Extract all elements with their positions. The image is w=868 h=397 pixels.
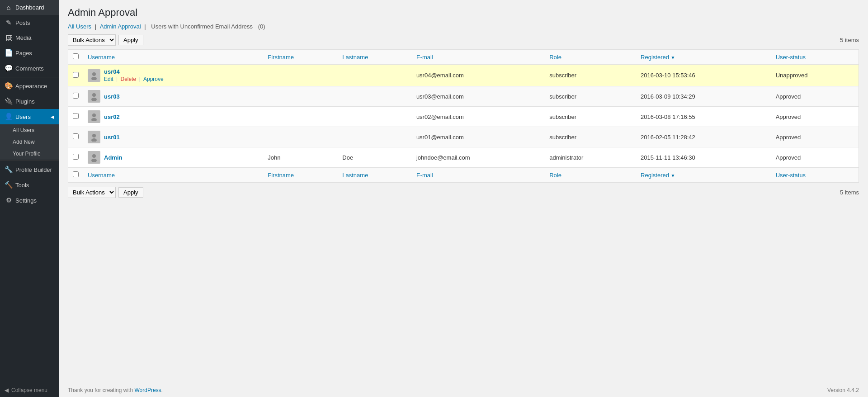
footer-sort-role-link[interactable]: Role	[549, 172, 561, 179]
role-cell: subscriber	[545, 65, 636, 86]
sidebar-item-label: Pages	[15, 50, 32, 57]
username-link[interactable]: usr02	[104, 113, 120, 120]
top-apply-button[interactable]: Apply	[118, 35, 143, 45]
sidebar-item-plugins[interactable]: 🔌 Plugins	[0, 94, 59, 109]
role-cell: subscriber	[545, 86, 636, 107]
username-link[interactable]: usr04	[104, 68, 120, 75]
sidebar-item-posts[interactable]: ✎ Posts	[0, 15, 59, 30]
user_status-cell: Approved	[771, 127, 859, 147]
user_status-cell: Unapproved	[771, 65, 859, 86]
header-checkbox-cell	[68, 50, 84, 65]
registered-cell: 2015-11-11 13:46:30	[636, 147, 771, 168]
sidebar-item-label: Settings	[15, 197, 37, 204]
wordpress-link[interactable]: WordPress	[134, 387, 161, 393]
username-info: usr02	[104, 113, 120, 120]
email-cell: usr01@email.com	[412, 127, 545, 147]
sidebar-item-media[interactable]: 🖼 Media	[0, 30, 59, 45]
svg-point-1	[92, 72, 96, 76]
sidebar-item-settings[interactable]: ⚙ Settings	[0, 193, 59, 208]
header-email: E-mail	[412, 50, 545, 65]
select-all-footer-checkbox[interactable]	[73, 171, 79, 177]
avatar	[88, 131, 100, 143]
username-cell: usr03	[83, 86, 263, 107]
role-cell: subscriber	[545, 127, 636, 147]
row-action-edit[interactable]: Edit	[104, 76, 113, 82]
sort-email-link[interactable]: E-mail	[416, 54, 433, 61]
table-header-row: Username Firstname Lastname E-mail Role	[68, 50, 859, 65]
footer-lastname: Lastname	[338, 168, 412, 183]
sidebar-sub-item-all-users[interactable]: All Users	[0, 124, 59, 136]
registered-cell: 2016-03-10 15:53:46	[636, 65, 771, 86]
row-checkbox[interactable]	[73, 113, 79, 119]
pages-icon: 📄	[5, 49, 13, 57]
select-all-checkbox[interactable]	[73, 53, 79, 59]
sidebar-item-label: Appearance	[15, 83, 47, 90]
sidebar-sub-item-your-profile[interactable]: Your Profile	[0, 148, 59, 160]
header-role: Role	[545, 50, 636, 65]
top-bulk-actions-select[interactable]: Bulk Actions	[68, 34, 116, 46]
sort-user-status-link[interactable]: User-status	[776, 54, 806, 61]
lastname-cell: Doe	[338, 147, 412, 168]
sidebar-item-tools[interactable]: 🔨 Tools	[0, 177, 59, 193]
user_status-cell: Approved	[771, 107, 859, 127]
sort-lastname-link[interactable]: Lastname	[342, 54, 368, 61]
firstname-cell: John	[263, 147, 338, 168]
row-checkbox[interactable]	[73, 72, 79, 78]
lastname-cell	[338, 127, 412, 147]
table-row: usr04Edit | Delete | Approveusr04@email.…	[68, 65, 859, 86]
sidebar-item-pages[interactable]: 📄 Pages	[0, 45, 59, 61]
tools-icon: 🔨	[5, 181, 13, 189]
footer-sort-email-link[interactable]: E-mail	[416, 172, 433, 179]
filter-link-all-users[interactable]: All Users	[68, 23, 91, 30]
filter-links: All Users | Admin Approval | Users with …	[68, 23, 859, 30]
footer-sort-registered-link[interactable]: Registered ▼	[641, 172, 675, 179]
firstname-cell	[263, 86, 338, 107]
collapse-menu-button[interactable]: ◀ Collapse menu	[0, 383, 59, 397]
firstname-cell	[263, 107, 338, 127]
sort-role-link[interactable]: Role	[549, 54, 561, 61]
sidebar-item-comments[interactable]: 💬 Comments	[0, 61, 59, 76]
sidebar-item-appearance[interactable]: 🎨 Appearance	[0, 78, 59, 94]
registered-sort-arrow: ▼	[671, 55, 675, 60]
username-link[interactable]: Admin	[104, 154, 122, 161]
footer-role: Role	[545, 168, 636, 183]
row-action-approve[interactable]: Approve	[143, 76, 164, 82]
row-action-delete[interactable]: Delete	[120, 76, 136, 82]
sidebar-divider-2	[0, 161, 59, 161]
sort-firstname-link[interactable]: Firstname	[268, 54, 294, 61]
role-cell: subscriber	[545, 107, 636, 127]
row-checkbox[interactable]	[73, 133, 79, 139]
sidebar-item-users[interactable]: 👤 Users ◀	[0, 109, 59, 124]
username-link[interactable]: usr01	[104, 134, 120, 141]
email-cell: usr02@email.com	[412, 107, 545, 127]
registered-cell: 2016-02-05 11:28:42	[636, 127, 771, 147]
firstname-cell	[263, 127, 338, 147]
row-checkbox[interactable]	[73, 93, 79, 99]
row-checkbox-cell	[68, 86, 84, 107]
bottom-bulk-actions-select[interactable]: Bulk Actions	[68, 187, 116, 198]
table-footer-row: Username Firstname Lastname E-mail Role	[68, 168, 859, 183]
footer-sort-lastname-link[interactable]: Lastname	[342, 172, 368, 179]
sidebar-sub-item-add-new[interactable]: Add New	[0, 136, 59, 148]
posts-icon: ✎	[5, 19, 13, 27]
top-items-count: 5 items	[840, 37, 859, 43]
sidebar-item-profile-builder[interactable]: 🔧 Profile Builder	[0, 162, 59, 177]
username-link[interactable]: usr03	[104, 93, 120, 100]
sidebar-item-label: Comments	[15, 65, 44, 72]
bottom-apply-button[interactable]: Apply	[118, 187, 143, 198]
svg-point-7	[92, 113, 96, 117]
filter-link-admin-approval[interactable]: Admin Approval	[100, 23, 141, 30]
sort-username-link[interactable]: Username	[88, 54, 115, 61]
sort-registered-link[interactable]: Registered ▼	[641, 54, 675, 61]
avatar	[88, 110, 100, 123]
footer-sort-username-link[interactable]: Username	[88, 172, 115, 179]
footer-sort-user-status-link[interactable]: User-status	[776, 172, 806, 179]
sidebar-item-dashboard[interactable]: ⌂ Dashboard	[0, 0, 59, 15]
username-info: usr04Edit | Delete | Approve	[104, 68, 164, 82]
filter-link-unconfirmed[interactable]: Users with Unconfirmed Email Address (0)	[149, 23, 267, 30]
row-checkbox[interactable]	[73, 154, 79, 160]
footer: Thank you for creating with WordPress. V…	[59, 383, 868, 397]
footer-sort-firstname-link[interactable]: Firstname	[268, 172, 294, 179]
table-row: usr01usr01@email.comsubscriber2016-02-05…	[68, 127, 859, 147]
users-icon: 👤	[5, 113, 13, 121]
